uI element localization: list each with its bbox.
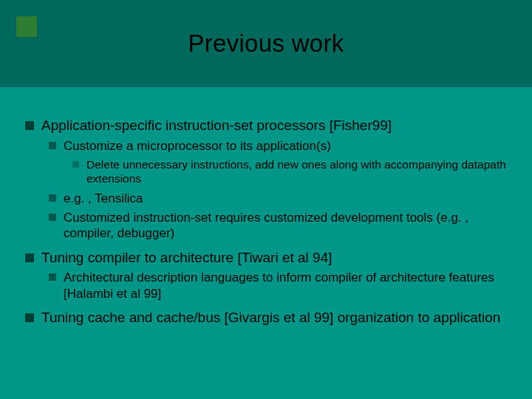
- bullet-text: Customized instruction-set requires cust…: [64, 210, 507, 242]
- bullet-level2: Architectural description languages to i…: [25, 270, 507, 301]
- bullet-text: Delete unnecessary instructions, add new…: [86, 157, 507, 186]
- bullet-square-icon: [25, 253, 34, 262]
- title-accent-square: [16, 16, 37, 37]
- bullet-square-icon: [72, 161, 79, 168]
- bullet-level3: Delete unnecessary instructions, add new…: [25, 157, 507, 186]
- bullet-text: e.g. , Tensilica: [64, 191, 507, 206]
- bullet-text: Application-specific instruction-set pro…: [41, 117, 507, 134]
- sub-bullet-group: Architectural description languages to i…: [25, 270, 507, 301]
- bullet-square-icon: [49, 214, 56, 221]
- bullet-level1: Application-specific instruction-set pro…: [25, 117, 507, 134]
- bullet-text: Tuning cache and cache/bus [Givargis et …: [41, 309, 507, 327]
- slide-content: Application-specific instruction-set pro…: [0, 87, 532, 338]
- bullet-level1: Tuning compiler to architecture [Tiwari …: [25, 249, 507, 267]
- bullet-level2: Customized instruction-set requires cust…: [25, 210, 507, 242]
- bullet-square-icon: [25, 313, 34, 322]
- bullet-text: Customize a microprocessor to its applic…: [64, 138, 507, 154]
- title-bar: Previous work: [0, 0, 532, 87]
- bullet-square-icon: [49, 142, 56, 149]
- bullet-text: Architectural description languages to i…: [64, 270, 507, 301]
- bullet-square-icon: [25, 121, 34, 130]
- slide-title: Previous work: [188, 30, 344, 58]
- bullet-text: Tuning compiler to architecture [Tiwari …: [41, 249, 507, 267]
- bullet-square-icon: [49, 194, 56, 202]
- bullet-square-icon: [49, 273, 56, 281]
- bullet-level2: e.g. , Tensilica: [25, 191, 507, 206]
- bullet-level1: Tuning cache and cache/bus [Givargis et …: [25, 309, 507, 327]
- sub-bullet-group: Customize a microprocessor to its applic…: [25, 138, 507, 242]
- bullet-level2: Customize a microprocessor to its applic…: [25, 138, 507, 154]
- sub-bullet-group: Delete unnecessary instructions, add new…: [25, 157, 507, 186]
